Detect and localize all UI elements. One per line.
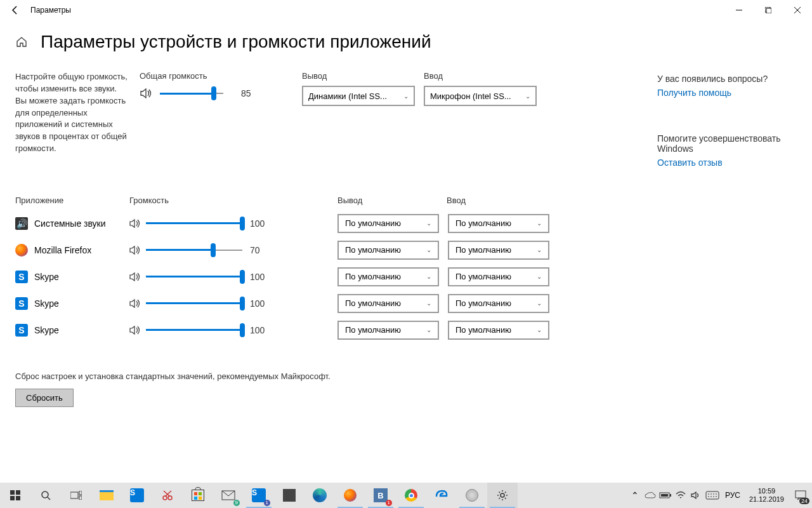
taskbar-vk[interactable]: B1 — [365, 483, 396, 508]
app-volume-slider[interactable] — [146, 269, 242, 284]
tray-onedrive[interactable] — [643, 483, 658, 508]
app-volume-slider[interactable] — [146, 216, 242, 231]
col-vol-header: Громкость — [129, 196, 294, 205]
svg-rect-26 — [796, 491, 806, 498]
chevron-down-icon: ⌄ — [426, 300, 431, 307]
chevron-down-icon: ⌄ — [537, 273, 542, 280]
svg-rect-23 — [706, 491, 719, 499]
speaker-icon[interactable] — [129, 325, 142, 335]
reset-button[interactable]: Сбросить — [15, 389, 74, 407]
app-volume-slider[interactable] — [146, 323, 242, 338]
app-output-select[interactable]: По умолчанию⌄ — [337, 214, 439, 233]
app-row: SSkype 100 По умолчанию⌄ По умолчанию⌄ — [15, 264, 650, 290]
chevron-down-icon: ⌄ — [537, 300, 542, 307]
start-button[interactable] — [0, 483, 30, 508]
questions-title: У вас появились вопросы? — [657, 74, 797, 84]
svg-rect-22 — [661, 494, 668, 497]
close-button[interactable] — [783, 0, 812, 20]
get-help-link[interactable]: Получить помощь — [657, 88, 797, 98]
search-button[interactable] — [30, 483, 61, 508]
task-view-button[interactable] — [61, 483, 91, 508]
svg-line-10 — [48, 497, 50, 500]
taskbar-explorer[interactable] — [91, 483, 122, 508]
tray-wifi[interactable] — [673, 483, 688, 508]
svg-rect-11 — [70, 492, 78, 498]
master-description: Настройте общую громкость, чтобы изменит… — [15, 71, 129, 155]
taskbar-settings[interactable] — [487, 483, 518, 508]
taskbar-edge-legacy[interactable] — [426, 483, 457, 508]
app-name: 🔊Системные звуки — [15, 217, 129, 230]
app-output-select[interactable]: По умолчанию⌄ — [337, 241, 439, 260]
app-name: SSkype — [15, 297, 129, 310]
home-icon[interactable] — [15, 36, 28, 48]
app-input-select[interactable]: По умолчанию⌄ — [448, 241, 549, 260]
svg-rect-7 — [10, 496, 15, 500]
minimize-button[interactable] — [724, 0, 754, 20]
input-label: Ввод — [424, 71, 537, 81]
app-volume-value: 100 — [250, 298, 265, 309]
app-volume-value: 100 — [250, 325, 265, 335]
taskbar: S 9 S1 B1 ⌃ РУС 10:59 21.12.2019 24 — [0, 483, 812, 508]
feedback-link[interactable]: Оставить отзыв — [657, 157, 797, 168]
chevron-down-icon: ⌄ — [403, 93, 409, 100]
app-input-select[interactable]: По умолчанию⌄ — [448, 294, 549, 313]
app-input-select[interactable]: По умолчанию⌄ — [448, 267, 549, 286]
taskbar-media[interactable] — [457, 483, 487, 508]
speaker-icon[interactable] — [129, 272, 142, 282]
speaker-icon[interactable] — [129, 218, 142, 229]
app-output-select[interactable]: По умолчанию⌄ — [337, 294, 439, 313]
output-device-select[interactable]: Динамики (Intel SS... ⌄ — [302, 86, 415, 106]
tray-battery[interactable] — [658, 483, 673, 508]
taskbar-store[interactable] — [183, 483, 213, 508]
app-output-select[interactable]: По умолчанию⌄ — [337, 321, 439, 340]
app-volume-slider[interactable] — [146, 243, 242, 258]
svg-rect-6 — [16, 490, 20, 495]
taskbar-app-dark[interactable] — [274, 483, 304, 508]
maximize-button[interactable] — [754, 0, 783, 20]
tray-overflow[interactable]: ⌃ — [627, 483, 643, 508]
speaker-icon[interactable] — [129, 298, 142, 309]
taskbar-skype[interactable]: S — [122, 483, 152, 508]
tray-volume[interactable] — [688, 483, 704, 508]
tray-language[interactable]: РУС — [721, 491, 744, 500]
app-volume-value: 100 — [250, 218, 265, 229]
taskbar-skype-2[interactable]: S1 — [244, 483, 274, 508]
svg-point-9 — [42, 491, 48, 498]
back-button[interactable] — [5, 0, 25, 20]
master-section: Настройте общую громкость, чтобы изменит… — [15, 71, 650, 155]
master-volume-label: Общая громкость — [140, 71, 259, 81]
tray-clock[interactable]: 10:59 21.12.2019 — [744, 487, 789, 504]
tray-keyboard[interactable] — [704, 483, 721, 508]
speaker-icon[interactable] — [129, 245, 142, 255]
app-name: Mozilla Firefox — [15, 244, 129, 257]
chevron-down-icon: ⌄ — [537, 246, 542, 253]
app-volume-slider[interactable] — [146, 296, 242, 311]
app-input-select[interactable]: По умолчанию⌄ — [448, 214, 549, 233]
chevron-down-icon: ⌄ — [525, 93, 530, 100]
chevron-down-icon: ⌄ — [426, 220, 431, 227]
svg-rect-21 — [670, 494, 671, 497]
svg-rect-8 — [16, 496, 20, 500]
taskbar-firefox[interactable] — [335, 483, 365, 508]
app-name: SSkype — [15, 324, 129, 337]
chevron-down-icon: ⌄ — [426, 326, 431, 333]
page-header: Параметры устройств и громкости приложен… — [0, 20, 812, 60]
taskbar-edge-new[interactable] — [304, 483, 335, 508]
app-row: SSkype 100 По умолчанию⌄ По умолчанию⌄ — [15, 317, 650, 344]
input-device-select[interactable]: Микрофон (Intel SS... ⌄ — [424, 86, 537, 106]
app-input-select[interactable]: По умолчанию⌄ — [448, 321, 549, 340]
master-volume-slider[interactable] — [160, 86, 223, 101]
svg-rect-13 — [79, 496, 82, 500]
tray-notifications[interactable]: 24 — [789, 483, 812, 508]
master-volume-value: 85 — [241, 88, 259, 98]
app-row: Mozilla Firefox 70 По умолчанию⌄ По умол… — [15, 237, 650, 264]
app-volume-value: 70 — [250, 245, 260, 255]
svg-rect-12 — [79, 491, 82, 495]
app-output-select[interactable]: По умолчанию⌄ — [337, 267, 439, 286]
taskbar-mail[interactable]: 9 — [213, 483, 244, 508]
apps-section: Приложение Громкость Вывод Ввод 🔊Системн… — [15, 196, 650, 344]
taskbar-snip[interactable] — [152, 483, 183, 508]
speaker-icon[interactable] — [140, 88, 154, 99]
taskbar-chrome[interactable] — [396, 483, 426, 508]
titlebar: Параметры — [0, 0, 812, 20]
